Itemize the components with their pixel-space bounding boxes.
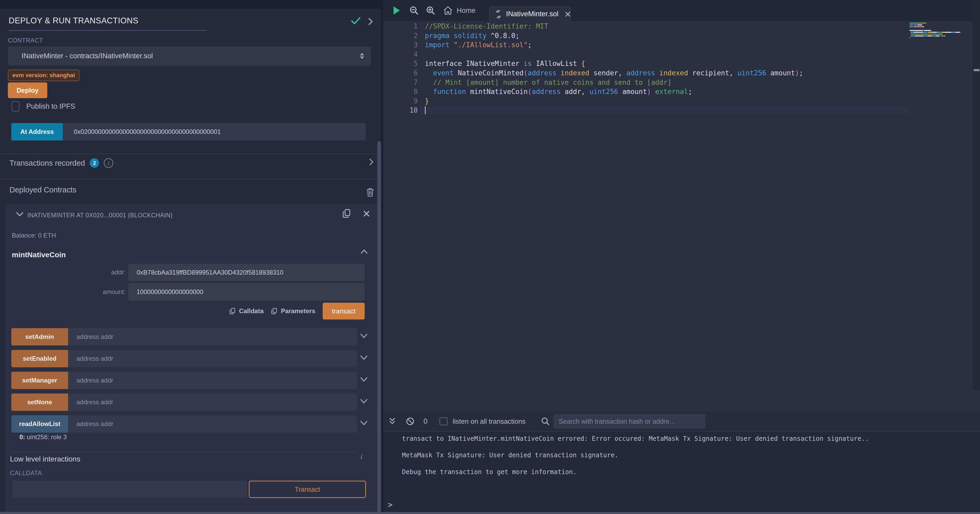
copy-icon (271, 307, 278, 315)
copy-calldata-action[interactable]: Calldata (229, 307, 264, 315)
line-number: 3 (399, 41, 418, 49)
evm-version-badge: evm version: shanghai (8, 70, 80, 81)
deployed-contract-title: INATIVEMINTER AT 0X020...00001 (BLOCKCHA… (27, 212, 173, 219)
low-level-transact-button[interactable]: Transact (249, 481, 366, 498)
terminal-toolbar: 0 listen on all transactions (383, 411, 980, 432)
function-row-readallowlist: readAllowList (11, 415, 357, 433)
terminal-collapse-double-chevron-icon[interactable] (388, 417, 396, 426)
tab-home[interactable]: Home (443, 0, 476, 21)
deploy-run-panel: DEPLOY & RUN TRANSACTIONS CONTRACT INati… (0, 9, 380, 514)
text-cursor (425, 106, 426, 114)
contract-label: CONTRACT (8, 37, 43, 44)
trash-icon[interactable] (366, 187, 375, 197)
amount-field-label: amount: (78, 288, 126, 296)
code-line: 3import "./IAllowList.sol"; (383, 40, 980, 50)
transactions-recorded-section[interactable]: Transactions recorded 2 i (10, 155, 113, 170)
function-row-setadmin: setAdmin (11, 328, 357, 346)
publish-ipfs-row: Publish to IPFS (11, 101, 75, 111)
code-line: 8 function mintNativeCoin(address addr, … (383, 87, 980, 96)
setnone-expand-chevron-down-icon[interactable] (360, 397, 368, 405)
panel-title: DEPLOY & RUN TRANSACTIONS (9, 16, 138, 25)
function-name-mintnativecoin: mintNativeCoin (12, 251, 66, 259)
code-line: 1//SPDX-License-Identifier: MIT (383, 22, 980, 31)
deploy-button[interactable]: Deploy (8, 82, 47, 98)
code-line: 2pragma solidity ^0.8.0; (383, 31, 980, 40)
cursor-position-marker (974, 69, 980, 71)
readallowlist-expand-chevron-down-icon[interactable] (360, 419, 368, 427)
at-address-button[interactable]: At Address (11, 123, 63, 140)
tab-inativeminter-sol[interactable]: INativeMinter.sol (489, 6, 571, 21)
contract-select[interactable]: INativeMinter - contracts/INativeMinter.… (8, 46, 371, 65)
setmanager-expand-chevron-down-icon[interactable] (360, 376, 368, 384)
copy-icon (229, 307, 236, 315)
transactions-count-badge: 2 (90, 158, 99, 168)
terminal-prompt[interactable]: > (388, 500, 393, 509)
function-collapse-chevron-up-icon[interactable] (360, 248, 368, 255)
file-tab-label: INativeMinter.sol (506, 10, 558, 18)
amount-field-input[interactable] (128, 283, 365, 301)
readallowlist-input[interactable] (68, 415, 357, 433)
code-editor: Home INativeMinter.sol 1//SPDX-License-I… (383, 0, 980, 411)
setenabled-expand-chevron-down-icon[interactable] (360, 354, 368, 362)
code-line: 7 // Mint [amount] number of native coin… (383, 78, 980, 87)
code-line: 5interface INativeMinter is IAllowList { (383, 59, 980, 68)
setmanager-button[interactable]: setManager (11, 372, 68, 389)
setadmin-input[interactable] (68, 328, 357, 346)
code-content[interactable]: 1//SPDX-License-Identifier: MIT2pragma s… (383, 21, 980, 411)
setnone-input[interactable] (68, 393, 357, 411)
line-number: 1 (399, 22, 418, 30)
contract-collapse-chevron-down-icon[interactable] (15, 210, 24, 218)
low-level-interactions-title: Low level interactions (10, 455, 80, 463)
run-script-play-icon[interactable] (392, 0, 401, 21)
terminal-log-line: transact to INativeMinter.mintNativeCoin… (402, 435, 869, 442)
calldata-label: CALLDATA (10, 470, 42, 477)
info-icon: i (104, 158, 113, 168)
listen-all-transactions-label: listen on all transactions (453, 417, 525, 425)
info-icon: i (361, 453, 363, 461)
addr-field-input[interactable] (128, 264, 365, 281)
readallowlist-output: 0: uint256: role 3 (19, 433, 67, 441)
close-tab-icon[interactable] (564, 11, 571, 17)
output-value: uint256: role 3 (25, 433, 67, 441)
publish-ipfs-checkbox[interactable] (11, 101, 19, 111)
listen-all-transactions-checkbox[interactable] (439, 417, 447, 425)
copy-address-icon[interactable] (342, 208, 352, 219)
setnone-button[interactable]: setNone (11, 393, 68, 411)
zoom-out-icon[interactable] (409, 0, 419, 21)
terminal-search-input[interactable] (554, 414, 705, 429)
editor-scrollbar[interactable] (973, 0, 980, 390)
copy-parameters-action[interactable]: Parameters (271, 307, 315, 315)
readallowlist-button[interactable]: readAllowList (11, 415, 68, 433)
remove-contract-close-icon[interactable] (363, 210, 371, 217)
function-row-setmanager: setManager (11, 372, 357, 389)
parameters-action-label: Parameters (281, 308, 315, 315)
section-divider (0, 179, 380, 179)
function-row-setnone: setNone (11, 393, 357, 411)
code-line: 4 (383, 50, 980, 59)
at-address-input[interactable] (63, 123, 366, 140)
panel-expand-chevron-right-icon[interactable] (366, 17, 375, 26)
title-underline (9, 30, 206, 31)
setadmin-button[interactable]: setAdmin (11, 328, 68, 346)
code-line: 9} (383, 96, 980, 106)
editor-tabbar: Home INativeMinter.sol (383, 0, 980, 21)
function-row-setenabled: setEnabled (11, 350, 357, 367)
line-number: 9 (399, 97, 418, 105)
home-tab-label: Home (457, 6, 476, 15)
transactions-expand-chevron-right-icon[interactable] (367, 158, 375, 166)
setenabled-button[interactable]: setEnabled (11, 350, 68, 367)
search-icon (541, 417, 550, 426)
editor-minimap[interactable] (910, 22, 973, 40)
remix-ide-window: DEPLOY & RUN TRANSACTIONS CONTRACT INati… (0, 0, 980, 514)
transact-button[interactable]: transact (323, 303, 365, 319)
panel-scrollbar[interactable] (377, 141, 381, 514)
deployed-contracts-label: Deployed Contracts (10, 186, 76, 194)
zoom-in-icon[interactable] (426, 0, 435, 21)
contract-select-value: INativeMinter - contracts/INativeMinter.… (22, 52, 360, 60)
clear-console-ban-icon[interactable] (406, 417, 415, 426)
setenabled-input[interactable] (68, 350, 357, 367)
calldata-input[interactable] (13, 481, 247, 497)
setmanager-input[interactable] (68, 372, 357, 389)
setadmin-expand-chevron-down-icon[interactable] (360, 332, 368, 340)
line-number: 8 (399, 88, 418, 95)
